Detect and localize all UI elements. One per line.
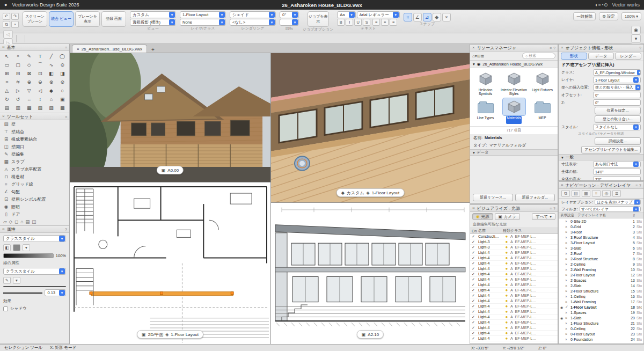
basic-tool-icon[interactable]: ◆ <box>46 86 57 94</box>
design-layer-row[interactable]: × 2-Roof 7 Sto <box>559 251 643 256</box>
design-layer-row[interactable]: × 1-Spaces 19 Sto <box>559 310 643 315</box>
design-layer-row[interactable]: × 2-Roof Structure 8 Sto <box>559 256 643 261</box>
basic-tool-icon[interactable]: ↺ <box>13 95 24 103</box>
design-layer-row[interactable]: × 0-Site-2D 1 Sto <box>559 218 643 224</box>
navigation-mode-icon[interactable]: ▤ <box>572 190 580 197</box>
visibility-mark[interactable]: × <box>565 246 570 250</box>
font-family-select[interactable]: Arial レギュラー▼ <box>357 11 400 18</box>
visibility-mark[interactable]: × <box>565 332 570 336</box>
design-layer-row[interactable]: × 1-Floor Structure 21 Sto <box>559 320 643 326</box>
fill-bucket-icon[interactable]: ◧ <box>3 244 11 251</box>
field-value[interactable]: 1-Floor Layout▼ <box>593 77 641 83</box>
basic-tool-icon[interactable]: △ <box>2 86 12 94</box>
basic-tool-icon[interactable]: ▦ <box>24 104 34 112</box>
basic-tool-icon[interactable]: ⌒ <box>35 61 46 69</box>
navigation-mode-icon[interactable]: ▦ <box>582 190 590 197</box>
resource-item[interactable]: Heliodon Symbols <box>472 70 499 96</box>
toolbar-icon[interactable]: ↶ <box>3 13 10 20</box>
check-icon[interactable]: ✓ <box>472 320 478 325</box>
toolset-footer-icon[interactable]: ◇ <box>9 219 13 224</box>
visibility-mark[interactable]: × <box>565 295 570 298</box>
line-color-swatch[interactable] <box>3 286 66 287</box>
light-row[interactable]: ✓ Light-4 ● A_EF-MEP-L… <box>470 250 558 255</box>
toolset-item[interactable]: ⊓ 構造材 <box>0 173 69 180</box>
snap-toggle-icon[interactable]: ⊿ <box>423 13 431 21</box>
design-layer-row[interactable]: × 2-Ceiling 9 Sto <box>559 261 643 267</box>
text-format-button[interactable]: B <box>337 19 345 26</box>
viewport-3d-exterior[interactable]: ▣ A0.00 <box>70 53 270 182</box>
design-layer-row[interactable]: × 0-Grid 2 Sto <box>559 224 643 229</box>
light-row[interactable]: ✓ Light-4 ● A_EF-MEP-L… <box>470 298 558 304</box>
pen-icon[interactable]: ✎ <box>3 277 11 284</box>
viewport-3d-interior[interactable]: ◆ カスタム ◈ 1-Floor Layout <box>271 53 470 202</box>
basic-tool-icon[interactable]: ⌂ <box>46 95 57 103</box>
basic-tool-icon[interactable]: ∿ <box>46 61 57 69</box>
basic-tool-icon[interactable]: ◁ <box>35 86 46 94</box>
basic-tool-icon[interactable]: ↔ <box>24 95 34 103</box>
toolbar-icon[interactable]: ⧉ <box>3 21 10 28</box>
modebar-right-icon[interactable]: ◉ <box>631 26 641 34</box>
basic-tool-icon[interactable]: ◧ <box>46 69 57 77</box>
design-layer-row[interactable]: × 3-Roof 3 Sto <box>559 229 643 235</box>
basic-tool-icon[interactable]: ⊙ <box>57 61 68 69</box>
light-row[interactable]: ✓ Light-4 ● A_EF-MEP-L… <box>470 331 558 336</box>
field-value[interactable]: 2'0"▼ <box>593 176 641 181</box>
basic-tool-icon[interactable]: ◇ <box>24 61 34 69</box>
basic-tool-icon[interactable]: ○ <box>57 86 68 94</box>
field-value[interactable]: 壁との取り合い・挿入▼ <box>593 84 641 91</box>
objinfo-tab[interactable]: 形状 <box>561 53 587 60</box>
light-row[interactable]: ✓ Light-4 ● A_EF-MEP-L… <box>470 304 558 309</box>
menubar-status-icon[interactable]: ⊙ <box>604 2 608 8</box>
projection-select[interactable]: 透視投影 (標準)▼ <box>130 19 176 26</box>
render-mode-select[interactable]: シェイド▼ <box>230 11 276 18</box>
toolbar-mode-button[interactable]: 統合 ビュー <box>49 11 74 27</box>
close-icon[interactable]: × <box>2 114 5 119</box>
view-mode-pill[interactable]: ◆ カスタム ◈ 1-Floor Layout <box>336 188 405 197</box>
toolset-item[interactable]: ◉ 照明 <box>0 203 69 210</box>
text-align-icon[interactable]: ≡ <box>390 19 397 26</box>
basic-tool-icon[interactable]: ▽ <box>24 86 34 94</box>
check-icon[interactable]: ✓ <box>472 251 478 255</box>
basic-tool-icon[interactable]: ⊘ <box>57 78 68 86</box>
navigation-mode-icon[interactable]: ≣ <box>612 190 621 197</box>
check-icon[interactable]: ✓ <box>472 315 478 319</box>
line-class-style-select[interactable]: クラススタイル▼ <box>3 268 66 275</box>
design-layer-row[interactable]: × 0-Floor Layout 23 Sto <box>559 331 643 337</box>
visibility-mark[interactable]: × <box>565 268 570 272</box>
check-icon[interactable]: ✓ <box>472 299 478 303</box>
app-name[interactable]: Vectorworks Design Suite 2026 <box>12 2 79 8</box>
objinfo-tab[interactable]: レンダー <box>615 53 641 60</box>
light-row[interactable]: ✓ Light-4 ● A_EF-MEP-L… <box>470 266 558 272</box>
basic-tool-icon[interactable]: ▨ <box>46 104 57 112</box>
toolset-item[interactable]: ⊤ 壁結合 <box>0 128 69 135</box>
edit-assembly-layout-button[interactable]: アセンブリレイアウトを編集... <box>581 146 641 153</box>
visibility-mark[interactable]: × <box>565 338 570 341</box>
visibility-mark[interactable]: × <box>565 230 570 234</box>
column-on[interactable]: On <box>472 229 478 233</box>
show-jobs-button[interactable]: ジョブを表示 <box>308 11 329 27</box>
design-layer-row[interactable]: × 1-Ceiling 16 Sto <box>559 294 643 299</box>
rotation-angle-field[interactable]: 0°▼ <box>280 11 299 18</box>
resource-item[interactable]: Materials <box>500 98 528 124</box>
snap-release-button[interactable]: 一時解除 <box>573 12 596 20</box>
toolbar-mode-button[interactable]: 登録 画面 <box>101 11 126 27</box>
toolset-item[interactable]: ◬ スラブ水平配置 <box>0 165 69 173</box>
toolset-footer-icon[interactable]: ◫ <box>32 219 36 224</box>
modebar-right-icon[interactable]: ▾ <box>631 34 641 43</box>
column-layer-name[interactable]: デザインレイヤ名 <box>577 213 627 218</box>
field-value[interactable]: 0"▼ <box>593 99 641 106</box>
light-row[interactable]: ✓ Light-4 ● A_EF-MEP-L… <box>470 255 558 261</box>
light-row[interactable]: ✓ Light-4 ● A_EF-MEP-L… <box>470 272 558 277</box>
toolset-item[interactable]: ▦ スラブ <box>0 158 69 165</box>
visibility-mark[interactable]: × <box>565 327 570 331</box>
settings-button[interactable]: ⚙ 設定 <box>599 12 618 20</box>
basic-tool-icon[interactable]: ⊞ <box>2 69 12 77</box>
toolset-footer-icon[interactable]: ▱ <box>3 219 7 224</box>
close-icon[interactable]: × <box>561 46 564 50</box>
light-row[interactable]: ✓ Light-4 ● A_EF-MEP-L… <box>470 261 558 266</box>
zoom-level-select[interactable]: 100% ▾ <box>621 12 641 20</box>
navigation-mode-icon[interactable]: ⧉ <box>561 190 570 197</box>
new-resource-button[interactable]: 新規リソース... <box>473 194 513 201</box>
check-icon[interactable]: ✓ <box>472 288 478 292</box>
visibility-mark[interactable]: × <box>565 262 570 266</box>
